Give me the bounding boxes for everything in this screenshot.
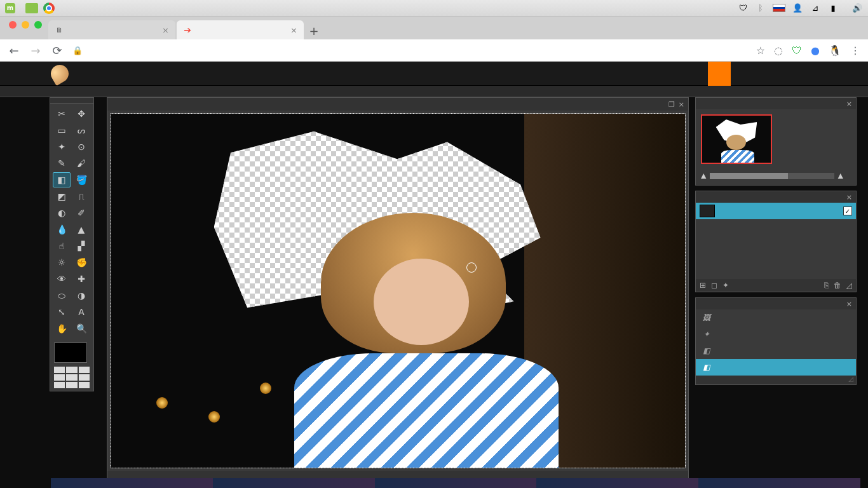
navigator-coords: [778, 114, 785, 164]
forward-button[interactable]: →: [29, 44, 42, 57]
nav-item-removebg[interactable]: [845, 62, 868, 86]
layer-mask-icon[interactable]: ◻: [711, 281, 717, 290]
panel-close-icon[interactable]: ×: [846, 193, 852, 201]
mint-menu-icon[interactable]: m: [5, 3, 15, 13]
volume-icon[interactable]: 🔊: [851, 3, 863, 14]
user-icon[interactable]: 👤: [792, 3, 803, 14]
navigator-title[interactable]: ×: [696, 98, 856, 109]
nav-item-photoshop-online[interactable]: [708, 62, 731, 86]
quickselect-tool-icon[interactable]: ⊙: [72, 139, 90, 154]
smudge-tool-icon[interactable]: ☝: [53, 238, 71, 254]
site-logo-icon[interactable]: [48, 62, 72, 86]
browser-menu-icon[interactable]: ⋮: [850, 44, 860, 57]
tab-close-icon[interactable]: ×: [290, 25, 297, 35]
panel-close-icon[interactable]: ×: [846, 100, 852, 108]
zoom-in-icon[interactable]: ▲: [838, 172, 843, 180]
nav-item-crop[interactable]: [822, 62, 845, 86]
zoom-out-icon[interactable]: ▲: [701, 172, 706, 180]
browser-tab-active[interactable]: ➔ ×: [177, 20, 304, 39]
panel-close-icon[interactable]: ×: [846, 300, 852, 308]
window-maximize-icon[interactable]: [34, 21, 42, 29]
sponge-tool-icon[interactable]: ▞: [72, 238, 90, 254]
preset-grid[interactable]: [54, 367, 90, 388]
draw-tool-icon[interactable]: ✐: [72, 205, 90, 220]
wand-tool-icon[interactable]: ✦: [53, 139, 71, 154]
move-tool-icon[interactable]: ✥: [72, 106, 90, 121]
brush-tool-icon[interactable]: 🖌: [72, 156, 90, 171]
sharpen-tool-icon[interactable]: ▲: [72, 222, 90, 237]
taskbar-app-files[interactable]: [25, 3, 38, 13]
hand-tool-icon[interactable]: ✋: [53, 321, 71, 336]
layers-title[interactable]: ×: [696, 191, 856, 203]
browser-tab-inactive[interactable]: 🗎 ×: [48, 20, 175, 39]
layer-delete-icon[interactable]: 🗑: [834, 281, 841, 290]
canvas-close-icon[interactable]: ×: [679, 100, 684, 109]
photo-bokeh: [139, 369, 311, 439]
blur-tool-icon[interactable]: 💧: [53, 222, 71, 237]
burn-tool-icon[interactable]: ✊: [72, 255, 90, 270]
adblock-extension-icon[interactable]: 🛡: [792, 44, 802, 57]
marquee-tool-icon[interactable]: ▭: [53, 123, 71, 138]
canvas-restore-icon[interactable]: ❐: [668, 100, 675, 109]
gradient-tool-icon[interactable]: ◩: [53, 189, 71, 204]
eraser-tool-icon[interactable]: ◧: [53, 172, 71, 187]
taskbar-app-chrome[interactable]: [43, 3, 55, 14]
eyedropper-tool-icon[interactable]: ⤡: [53, 304, 71, 320]
layer-settings-icon[interactable]: ⊞: [700, 281, 706, 290]
url-field[interactable]: 🔒: [72, 46, 747, 55]
nav-item-webcam[interactable]: [799, 62, 822, 86]
heal-tool-icon[interactable]: ✚: [72, 271, 90, 287]
type-tool-icon[interactable]: A: [72, 304, 90, 320]
canvas-titlebar[interactable]: ❐ ×: [107, 98, 688, 111]
pencil-tool-icon[interactable]: ✎: [53, 156, 71, 171]
history-item-active[interactable]: ◧: [696, 359, 856, 376]
battery-icon[interactable]: ▮: [827, 3, 839, 14]
history-item[interactable]: ✦: [696, 326, 856, 342]
canvas-area[interactable]: [107, 111, 688, 471]
profile-icon[interactable]: 🐧: [829, 44, 841, 57]
layer-duplicate-icon[interactable]: ⎘: [824, 281, 829, 290]
history-item[interactable]: ◧: [696, 342, 856, 359]
zoom-slider[interactable]: [710, 173, 834, 179]
canvas-image[interactable]: [110, 113, 686, 468]
reload-button[interactable]: ⟳: [51, 44, 64, 57]
bookmark-star-icon[interactable]: ☆: [756, 44, 765, 57]
editor-area: ❐ ×: [51, 97, 860, 483]
foreground-color-swatch[interactable]: [54, 342, 87, 363]
extension-icon[interactable]: ◌: [774, 44, 783, 57]
nav-item-retro[interactable]: [776, 62, 799, 86]
bucket-tool-icon[interactable]: 🪣: [72, 172, 90, 187]
dodge-tool-icon[interactable]: ☼: [53, 255, 71, 270]
lock-icon: 🔒: [72, 46, 83, 55]
nav-item-express[interactable]: [754, 62, 776, 86]
stamp-tool-icon[interactable]: ⎍: [72, 189, 90, 204]
layer-visibility-checkbox[interactable]: ✓: [843, 207, 852, 215]
redeye-tool-icon[interactable]: 👁: [53, 271, 71, 287]
shape-tool-icon[interactable]: ◑: [72, 288, 90, 303]
layer-item[interactable]: ✓: [696, 203, 856, 219]
tab-close-icon[interactable]: ×: [162, 25, 169, 35]
history-item[interactable]: 🖼: [696, 309, 856, 326]
navigator-thumbnail[interactable]: [701, 114, 772, 164]
layer-resize-icon[interactable]: ◿: [846, 281, 852, 290]
crop-tool-icon[interactable]: ✂: [53, 106, 71, 121]
window-close-icon[interactable]: [9, 21, 17, 29]
replace-color-tool-icon[interactable]: ◐: [53, 205, 71, 220]
eraser-icon: ◧: [702, 346, 711, 355]
new-tab-button[interactable]: +: [305, 22, 323, 39]
bluetooth-icon[interactable]: ᛒ: [755, 3, 766, 14]
navigator-zoom: ▲ ▲: [696, 169, 856, 185]
window-minimize-icon[interactable]: [22, 21, 29, 29]
balloon-tool-icon[interactable]: ⬭: [53, 288, 71, 303]
wifi-icon[interactable]: ⊿: [810, 3, 821, 14]
shield-icon[interactable]: 🛡: [737, 3, 749, 14]
panel-resize-handle[interactable]: ◿: [696, 376, 856, 384]
history-title[interactable]: ×: [696, 298, 856, 309]
back-button[interactable]: ←: [8, 44, 20, 57]
nav-item-fotoredactor[interactable]: [731, 62, 754, 86]
layer-fx-icon[interactable]: ✦: [722, 281, 729, 290]
zoom-tool-icon[interactable]: 🔍: [72, 321, 90, 336]
lasso-tool-icon[interactable]: ᔕ: [72, 123, 90, 138]
extension-sync-icon[interactable]: ●: [811, 44, 820, 57]
keyboard-layout-icon[interactable]: [773, 4, 785, 12]
